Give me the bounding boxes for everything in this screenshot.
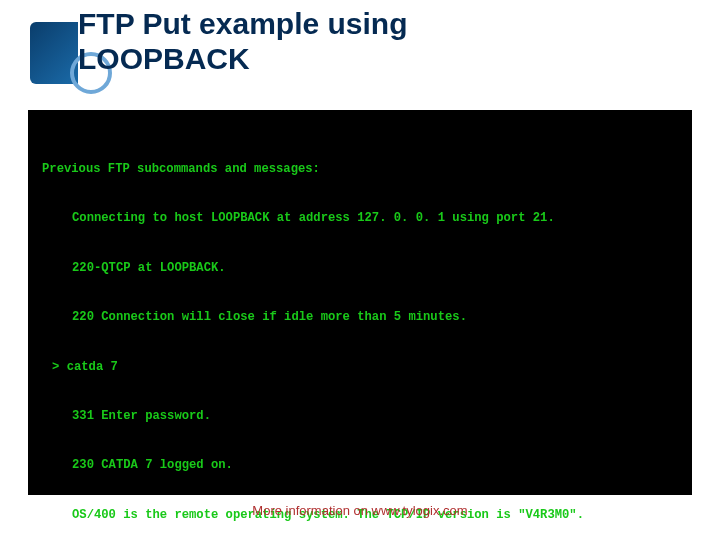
cmd-line: > catda 7 bbox=[42, 359, 678, 375]
terminal-messages: Previous FTP subcommands and messages: C… bbox=[42, 128, 678, 540]
terminal-screen: Previous FTP subcommands and messages: C… bbox=[28, 110, 692, 495]
msg-line: 220-QTCP at LOOPBACK. bbox=[42, 260, 678, 276]
title-line-2: LOOPBACK bbox=[78, 42, 250, 75]
msg-line: 230 CATDA 7 logged on. bbox=[42, 457, 678, 473]
msg-line: 220 Connection will close if idle more t… bbox=[42, 309, 678, 325]
msg-header: Previous FTP subcommands and messages: bbox=[42, 161, 678, 177]
msg-line: Connecting to host LOOPBACK at address 1… bbox=[42, 210, 678, 226]
slide-footer: More information on www.tylogix.com bbox=[0, 503, 720, 518]
title-line-1: FTP Put example using bbox=[78, 7, 408, 40]
slide-title: FTP Put example using LOOPBACK bbox=[78, 6, 408, 77]
msg-line: 331 Enter password. bbox=[42, 408, 678, 424]
